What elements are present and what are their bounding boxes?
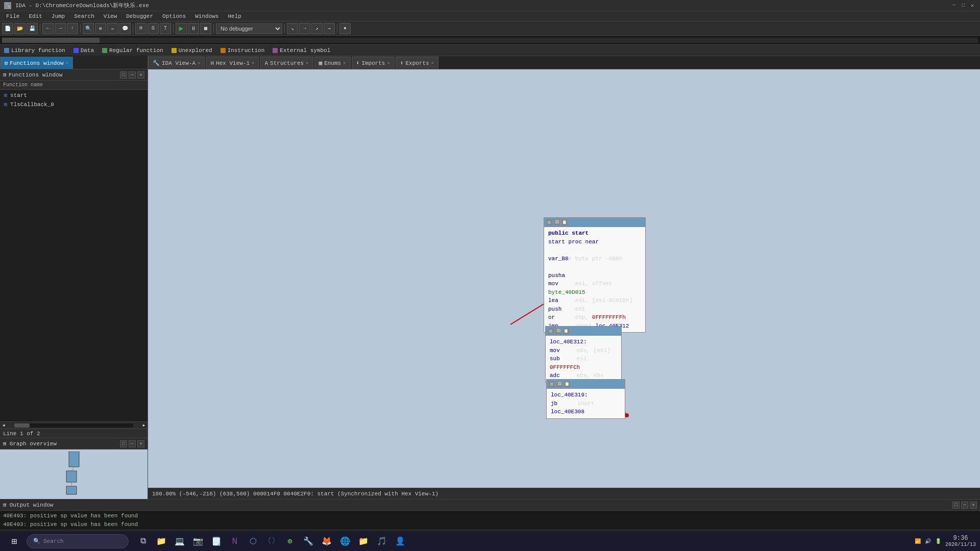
toolbar-run-to[interactable]: ⇒ — [324, 23, 335, 34]
hscroll-thumb[interactable] — [14, 423, 30, 428]
toolbar-find[interactable]: 🔍 — [83, 23, 94, 34]
menu-search[interactable]: Search — [70, 13, 99, 20]
tab-import-close[interactable]: ✕ — [387, 60, 389, 66]
taskbar-app-music[interactable]: 🎵 — [374, 533, 390, 549]
toolbar-bp[interactable]: ● — [339, 23, 351, 34]
graph-area[interactable]: ▤ 🖼 📋 public start start proc near var_B… — [148, 69, 980, 499]
graph-node-1[interactable]: ▤ 🖼 📋 public start start proc near var_B… — [544, 217, 646, 333]
tab-ida-icon: 🔧 — [153, 60, 160, 66]
taskbar-clock[interactable]: 9:36 2020/11/13 — [945, 535, 976, 547]
toolbar-comment[interactable]: 💬 — [119, 23, 131, 34]
taskbar-search-label: Search — [43, 538, 64, 544]
taskbar-app-notepad[interactable]: 🗒️ — [208, 533, 225, 549]
graph-overview-content[interactable] — [0, 449, 148, 499]
hscroll-left[interactable]: ◂ — [0, 422, 7, 429]
menu-jump[interactable]: Jump — [47, 13, 69, 20]
menu-help[interactable]: Help — [224, 13, 245, 20]
legend-unexplored: Unexplored — [172, 47, 212, 54]
overview-float[interactable]: □ — [120, 440, 127, 447]
graph-node-3[interactable]: ▤ 🖼 📋 loc_40E319: jb short loc_40E308 — [546, 379, 625, 419]
tab-fw-close[interactable]: ✕ — [66, 60, 68, 66]
toolbar-new[interactable]: 📄 — [2, 23, 13, 34]
toolbar-text[interactable]: T — [160, 23, 171, 34]
taskbar-app-vs[interactable]: ⬡ — [245, 533, 261, 549]
taskbar-app-user[interactable]: 👤 — [392, 533, 408, 549]
overview-minimize[interactable]: ─ — [129, 440, 136, 447]
node1-line1: public start — [548, 229, 641, 238]
tab-enums[interactable]: ▦ Enums ✕ — [314, 57, 351, 69]
tab-hex-view[interactable]: H Hex View-1 ✕ — [206, 57, 259, 69]
toolbar-step-into[interactable]: ↘ — [287, 23, 298, 34]
taskbar-app-taskview[interactable]: ⧉ — [135, 533, 151, 549]
functions-panel-float[interactable]: □ — [120, 71, 127, 79]
tab-structures[interactable]: A Structures ✕ — [260, 57, 313, 69]
function-item-tlscallback[interactable]: ⊞ TlsCallback_0 — [0, 100, 148, 109]
toolbar-step-over[interactable]: → — [299, 23, 310, 34]
tab-export-close[interactable]: ✕ — [431, 60, 434, 66]
menu-file[interactable]: File — [2, 13, 23, 20]
tab-ida-view-a[interactable]: 🔧 IDA View-A ✕ — [148, 57, 205, 69]
menu-windows[interactable]: Windows — [191, 13, 223, 20]
menu-view[interactable]: View — [100, 13, 121, 20]
tab-exports[interactable]: ⬆ Exports ✕ — [396, 57, 438, 69]
tab-enum-close[interactable]: ✕ — [343, 60, 346, 66]
functions-panel-minimize[interactable]: ─ — [129, 71, 136, 79]
close-button[interactable]: ✕ — [969, 2, 976, 9]
graph-node-2[interactable]: ▤ 🖼 📋 loc_40E312: mov ebx, [esi] sub esi… — [545, 326, 622, 383]
taskbar-app-camera[interactable]: 📷 — [190, 533, 206, 549]
debugger-select[interactable]: No debugger — [216, 23, 282, 34]
toolbar-step-out[interactable]: ↗ — [311, 23, 323, 34]
hscroll-track[interactable] — [14, 423, 133, 428]
hscroll-right[interactable]: ▸ — [140, 422, 148, 429]
toolbar-back[interactable]: ← — [42, 23, 54, 34]
taskbar-start-button[interactable]: ⊞ — [4, 533, 24, 549]
tab-functions-window[interactable]: ⊞ Functions window ✕ — [0, 57, 73, 69]
taskbar-search-box[interactable]: 🔍 Search — [27, 534, 129, 548]
menu-options[interactable]: Options — [158, 13, 190, 20]
functions-panel-header: ⊞ Functions window □ ─ ✕ — [0, 69, 148, 81]
taskbar-app-code[interactable]: 〈〉 — [263, 533, 280, 549]
node1-line6: pusha — [548, 271, 641, 280]
taskbar-app-firefox[interactable]: 🦊 — [318, 533, 335, 549]
legend-regular-label: Regular function — [109, 47, 163, 54]
toolbar-run[interactable]: ▶ — [176, 23, 187, 34]
toolbar-fwd[interactable]: → — [55, 23, 66, 34]
tab-struct-label: Structures — [270, 60, 304, 66]
taskbar-app-onenote[interactable]: N — [227, 533, 243, 549]
menu-debugger[interactable]: Debugger — [122, 13, 157, 20]
toolbar-open[interactable]: 📂 — [14, 23, 26, 34]
toolbar-pause[interactable]: ⏸ — [188, 23, 199, 34]
output-close[interactable]: ✕ — [970, 502, 977, 509]
taskbar-app-file-explorer[interactable]: 📁 — [153, 533, 169, 549]
functions-list[interactable]: ⊞ start ⊞ TlsCallback_0 — [0, 90, 148, 421]
tab-hex-close[interactable]: ✕ — [252, 60, 254, 66]
overview-close[interactable]: ✕ — [137, 440, 144, 447]
taskbar-app-pc[interactable]: 💻 — [172, 533, 188, 549]
tab-struct-close[interactable]: ✕ — [306, 60, 308, 66]
toolbar-rename[interactable]: ✏ — [107, 23, 118, 34]
graph-status-bar: 100.00% (-546,-216) (638,560) 000014F0 0… — [148, 488, 980, 499]
taskbar-app-chrome[interactable]: 🌐 — [337, 533, 353, 549]
mini-graph-svg — [54, 452, 94, 497]
func-name-start: start — [10, 92, 27, 98]
legend-library-dot — [4, 48, 9, 53]
functions-panel-close[interactable]: ✕ — [137, 71, 144, 79]
toolbar-xref[interactable]: ⊕ — [95, 23, 106, 34]
toolbar-up[interactable]: ↑ — [67, 23, 78, 34]
taskbar-app-ida[interactable]: 🔧 — [300, 533, 316, 549]
toolbar-hex[interactable]: H — [135, 23, 146, 34]
minimize-button[interactable]: ─ — [950, 2, 958, 9]
taskbar-app-folder[interactable]: 📁 — [355, 533, 372, 549]
maximize-button[interactable]: □ — [960, 2, 967, 9]
functions-hscroll[interactable]: ◂ ▸ — [0, 421, 148, 429]
menu-edit[interactable]: Edit — [24, 13, 46, 20]
output-minimize[interactable]: ─ — [961, 502, 968, 509]
toolbar-save[interactable]: 💾 — [27, 23, 38, 34]
taskbar-app-android[interactable]: ⊕ — [282, 533, 298, 549]
tab-imports[interactable]: ⬇ Imports ✕ — [352, 57, 395, 69]
output-float[interactable]: □ — [952, 502, 960, 509]
toolbar-graph[interactable]: G — [148, 23, 159, 34]
tab-ida-close[interactable]: ✕ — [198, 60, 200, 66]
function-item-start[interactable]: ⊞ start — [0, 91, 148, 100]
toolbar-stop[interactable]: ⏹ — [200, 23, 211, 34]
